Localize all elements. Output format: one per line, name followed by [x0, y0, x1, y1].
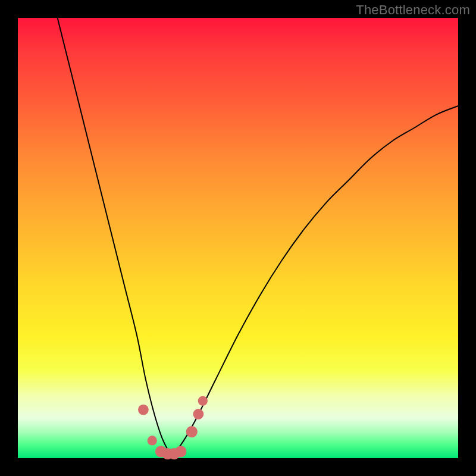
curve-marker — [198, 396, 208, 406]
plot-area — [18, 18, 458, 458]
curve-marker — [175, 446, 186, 457]
curve-marker — [193, 409, 204, 419]
bottleneck-curve — [58, 18, 458, 454]
curve-marker — [138, 405, 149, 415]
watermark-text: TheBottleneck.com — [356, 2, 470, 18]
chart-frame: TheBottleneck.com — [0, 0, 476, 476]
marker-group — [138, 396, 208, 460]
chart-svg — [18, 18, 458, 458]
curve-marker — [148, 436, 157, 445]
curve-marker — [186, 426, 198, 437]
